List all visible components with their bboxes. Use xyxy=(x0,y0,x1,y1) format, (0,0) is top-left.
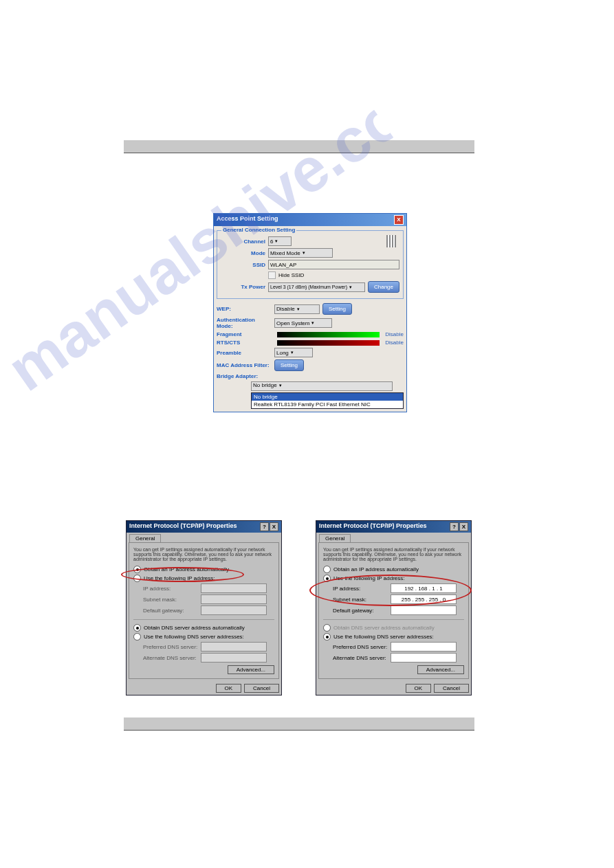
tab-general[interactable]: General xyxy=(319,534,351,542)
mac-filter-label: MAC Address Filter: xyxy=(217,362,272,368)
altdns-input xyxy=(201,653,267,663)
antenna-icon xyxy=(386,235,396,247)
close-icon[interactable]: X xyxy=(459,522,468,531)
prefdns-label: Preferred DNS server: xyxy=(143,644,198,650)
mode-label: Mode xyxy=(221,250,265,256)
prefdns-input xyxy=(201,642,267,652)
wep-setting-button[interactable]: Setting xyxy=(322,303,352,315)
gateway-label: Default gateway: xyxy=(143,608,198,614)
fragment-slider[interactable] xyxy=(277,332,380,337)
rtscts-label: RTS/CTS xyxy=(217,340,272,346)
ssid-input[interactable]: WLAN_AP xyxy=(268,260,399,269)
tcpip-dialog-left: Internet Protocol (TCP/IP) Properties ?X… xyxy=(126,520,282,695)
radio-obtain-ip[interactable] xyxy=(133,566,141,573)
mac-setting-button[interactable]: Setting xyxy=(274,359,304,371)
ok-button[interactable]: OK xyxy=(216,684,242,693)
use-dns-label: Use the following DNS server addresses: xyxy=(333,634,434,640)
radio-obtain-dns[interactable] xyxy=(133,624,141,632)
altdns-label: Alternate DNS server: xyxy=(143,655,198,661)
ssid-label: SSID xyxy=(221,262,265,268)
mode-select[interactable]: Mixed Mode xyxy=(268,248,333,258)
change-button[interactable]: Change xyxy=(368,281,399,293)
wep-label: WEP: xyxy=(217,306,272,312)
channel-select[interactable]: 6 xyxy=(268,236,292,246)
obtain-dns-label: Obtain DNS server address automatically xyxy=(144,625,245,631)
access-point-dialog: Access Point Setting X General Connectio… xyxy=(213,213,407,412)
tcp-desc: You can get IP settings assigned automat… xyxy=(133,547,274,561)
fragment-label: Fragment xyxy=(217,331,272,337)
close-icon[interactable]: X xyxy=(394,215,404,225)
bridge-label: Bridge Adapter: xyxy=(217,373,272,379)
obtain-ip-label: Obtain an IP address automatically xyxy=(144,566,229,572)
ip-input[interactable]: 192 . 168 . 1 . 1 xyxy=(391,583,457,593)
hide-ssid-checkbox[interactable] xyxy=(268,271,276,279)
tcp-titlebar-right: Internet Protocol (TCP/IP) Properties ?X xyxy=(316,521,471,533)
altdns-input[interactable] xyxy=(391,653,457,663)
subnet-label: Subnet mask: xyxy=(143,597,198,603)
tcp-title: Internet Protocol (TCP/IP) Properties xyxy=(319,522,427,531)
gateway-input xyxy=(201,605,267,615)
bridge-select[interactable]: No bridge xyxy=(251,381,393,391)
radio-obtain-dns xyxy=(323,624,331,632)
ip-label: IP address: xyxy=(333,586,388,592)
radio-use-ip[interactable] xyxy=(133,575,141,582)
ip-input xyxy=(201,583,267,593)
help-icon[interactable]: ? xyxy=(260,522,269,531)
fragment-disable: Disable xyxy=(385,331,404,337)
tab-general[interactable]: General xyxy=(129,534,161,542)
radio-use-dns[interactable] xyxy=(323,633,331,641)
auth-label: Authentication Mode: xyxy=(217,317,272,329)
radio-use-ip[interactable] xyxy=(323,575,331,582)
cancel-button[interactable]: Cancel xyxy=(434,684,469,693)
separator xyxy=(133,619,274,620)
use-ip-label: Use the following IP address: xyxy=(144,575,215,581)
obtain-dns-label: Obtain DNS server address automatically xyxy=(333,625,435,631)
cancel-button[interactable]: Cancel xyxy=(244,684,279,693)
radio-use-dns[interactable] xyxy=(133,633,141,641)
bridge-option-none[interactable]: No bridge xyxy=(252,393,403,401)
altdns-label: Alternate DNS server: xyxy=(333,655,388,661)
prefdns-input[interactable] xyxy=(391,642,457,652)
hide-ssid-label: Hide SSID xyxy=(278,272,304,278)
ap-title: Access Point Setting xyxy=(217,215,278,225)
subnet-input xyxy=(201,594,267,604)
txpower-select[interactable]: Level 3 (17 dBm) (Maximum Power) xyxy=(268,282,365,292)
obtain-ip-label: Obtain an IP address automatically xyxy=(333,566,419,572)
rtscts-slider[interactable] xyxy=(277,340,380,346)
ok-button[interactable]: OK xyxy=(406,684,432,693)
header-rule xyxy=(124,140,474,153)
advanced-button[interactable]: Advanced... xyxy=(228,665,274,674)
tcpip-dialog-right: Internet Protocol (TCP/IP) Properties ?X… xyxy=(316,520,472,695)
auth-select[interactable]: Open System xyxy=(274,318,332,328)
bridge-dropdown-list[interactable]: No bridge Realtek RTL8139 Family PCI Fas… xyxy=(251,392,404,409)
bridge-option-rtl8139[interactable]: Realtek RTL8139 Family PCI Fast Ethernet… xyxy=(252,401,403,408)
help-icon[interactable]: ? xyxy=(450,522,459,531)
use-ip-label: Use the following IP address: xyxy=(333,575,404,581)
gateway-input[interactable] xyxy=(391,605,457,615)
preamble-select[interactable]: Long xyxy=(274,348,313,357)
ip-label: IP address: xyxy=(143,586,198,592)
preamble-label: Preamble xyxy=(217,350,272,356)
use-dns-label: Use the following DNS server addresses: xyxy=(144,634,244,640)
separator xyxy=(323,619,464,620)
general-connection-fieldset: General Connection Setting Channel6 Mode… xyxy=(217,230,404,299)
subnet-input[interactable]: 255 . 255 . 255 . 0 xyxy=(391,594,457,604)
advanced-button[interactable]: Advanced... xyxy=(417,665,464,674)
prefdns-label: Preferred DNS server: xyxy=(333,644,388,650)
radio-obtain-ip[interactable] xyxy=(323,566,331,573)
tcp-title: Internet Protocol (TCP/IP) Properties xyxy=(129,522,237,531)
subnet-label: Subnet mask: xyxy=(333,597,388,603)
txpower-label: Tx Power xyxy=(221,284,265,290)
footer-rule xyxy=(124,717,474,731)
ap-titlebar: Access Point Setting X xyxy=(214,214,406,226)
tcp-titlebar-left: Internet Protocol (TCP/IP) Properties ?X xyxy=(127,521,281,533)
tcp-desc: You can get IP settings assigned automat… xyxy=(323,547,464,561)
fieldset-legend: General Connection Setting xyxy=(221,227,296,233)
rtscts-disable: Disable xyxy=(385,340,404,346)
channel-label: Channel xyxy=(221,238,265,245)
gateway-label: Default gateway: xyxy=(333,608,388,614)
close-icon[interactable]: X xyxy=(270,522,278,531)
wep-select[interactable]: Disable xyxy=(274,304,320,314)
